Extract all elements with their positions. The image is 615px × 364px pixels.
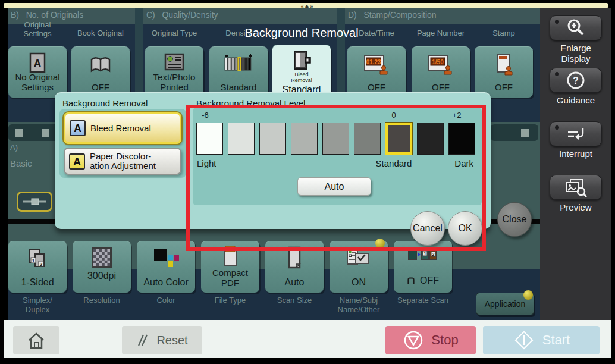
- column-label-page-number: Page Number: [412, 29, 470, 37]
- original-type-button[interactable]: Text/Photo Printed: [145, 46, 203, 98]
- book-icon: [71, 55, 130, 73]
- enlarge-display-button[interactable]: [550, 15, 602, 40]
- label-scan-size: Scan Size: [265, 296, 324, 305]
- section-c-prefix: C): [146, 10, 155, 20]
- svg-text:01.23: 01.23: [366, 59, 381, 65]
- svg-text:1/50: 1/50: [432, 59, 444, 65]
- copier-touch-panel: «◆» B) No. of Originals C) Quality/Densi…: [0, 0, 615, 364]
- program-strip-slot: [15, 129, 23, 137]
- stamp-button[interactable]: OFF: [475, 46, 533, 98]
- stamp-icon: [475, 53, 533, 76]
- density-shortcut-button[interactable]: [17, 192, 52, 212]
- stop-label: Stop: [431, 332, 458, 348]
- density-value: Standard: [209, 82, 268, 92]
- document-a-icon: A: [8, 52, 67, 74]
- paper-discoloration-option[interactable]: A Paper Discolor- ation Adjustment: [64, 148, 181, 175]
- home-icon: [26, 331, 47, 350]
- original-settings-button[interactable]: A No Original Settings: [8, 46, 67, 98]
- program-strip-slot: [42, 129, 49, 137]
- resolution-button[interactable]: 300dpi: [73, 241, 131, 293]
- date-time-icon: 01.23: [347, 54, 406, 76]
- platen-icon: [407, 277, 415, 285]
- dialog-group-title: Background Removal: [62, 98, 148, 108]
- section-b-header: B) No. of Originals: [11, 10, 83, 21]
- section-c-title: Quality/Density: [162, 10, 218, 20]
- question-icon: ?: [565, 70, 586, 91]
- popup-title: Background Removal: [238, 26, 365, 40]
- letter-a-yellow-icon: A: [69, 153, 85, 170]
- guidance-button[interactable]: ?: [550, 68, 602, 93]
- bleed-removal-option[interactable]: A Bleed Removal: [64, 112, 181, 144]
- separate-scan-value: OFF: [420, 275, 439, 285]
- label-simplex-duplex: Simplex/ Duplex: [8, 296, 67, 315]
- svg-text:1: 1: [32, 258, 35, 263]
- label-separate-scan: Separate Scan: [387, 296, 459, 305]
- svg-text:2: 2: [40, 262, 43, 267]
- reset-button[interactable]: Reset: [122, 326, 202, 354]
- paper-discoloration-label: Paper Discolor- ation Adjustment: [90, 152, 156, 171]
- stop-button[interactable]: Stop: [385, 326, 476, 354]
- sidebar: Enlarge Display ? Guidance Interrupt Pre…: [540, 8, 611, 320]
- name-subj-value: ON: [330, 277, 388, 287]
- program-strip-right: [491, 124, 538, 141]
- svg-text:1: 1: [424, 252, 426, 256]
- original-type-value: Text/Photo Printed: [145, 72, 203, 92]
- scan-size-value: Auto: [265, 277, 324, 287]
- svg-text:2: 2: [432, 252, 435, 256]
- guidance-label: Guidance: [540, 95, 611, 106]
- reset-label: Reset: [156, 334, 187, 347]
- color-value: Auto Color: [137, 277, 195, 287]
- interrupt-button[interactable]: [550, 121, 602, 146]
- preview-label: Preview: [540, 202, 611, 213]
- page-number-button[interactable]: 1/50 OFF: [412, 46, 470, 98]
- column-label-stamp: Stamp: [475, 29, 533, 37]
- magnifier-plus-icon: [565, 17, 586, 39]
- preview-icon: [564, 177, 588, 197]
- background-removal-icon: [272, 50, 331, 70]
- section-d-header: D) Stamp/Composition: [348, 10, 437, 21]
- simplex-duplex-button[interactable]: 12 1-Sided: [8, 241, 67, 293]
- slider-icon: [20, 196, 49, 207]
- svg-text:A: A: [34, 58, 42, 70]
- svg-text:?: ?: [573, 76, 579, 86]
- application-status-dot: [523, 290, 533, 300]
- stop-icon: [403, 330, 424, 351]
- interrupt-icon: [565, 125, 586, 142]
- page-number-icon: 1/50: [412, 54, 470, 76]
- label-file-type: File Type: [201, 296, 259, 305]
- start-icon: [513, 329, 535, 352]
- text-photo-icon: [145, 52, 203, 72]
- checkerboard-icon: [73, 247, 131, 268]
- label-color: Color: [137, 296, 195, 305]
- column-label-book-original: Book Original: [71, 29, 130, 37]
- section-d-prefix: D): [348, 10, 357, 20]
- label-resolution: Resolution: [73, 296, 131, 305]
- annotation-highlight-rectangle: [186, 105, 486, 251]
- start-label: Start: [542, 332, 570, 348]
- date-time-value: OFF: [347, 82, 406, 92]
- density-button[interactable]: Standard: [209, 46, 268, 98]
- background-removal-button[interactable]: Bleed Removal Standard: [272, 45, 331, 98]
- start-button[interactable]: Start: [483, 326, 600, 354]
- book-original-button[interactable]: OFF: [71, 46, 130, 98]
- led-indicator: [555, 72, 559, 76]
- section-d-title: Stamp/Composition: [363, 10, 436, 20]
- led-indicator: [555, 20, 559, 24]
- section-header-band: [8, 8, 540, 24]
- separate-scan-value-row: OFF: [394, 275, 452, 285]
- home-button[interactable]: [13, 326, 59, 354]
- book-original-value: OFF: [71, 82, 130, 92]
- close-button[interactable]: Close: [497, 202, 532, 237]
- background-removal-value-small: Bleed Removal: [272, 71, 331, 83]
- label-name-subj: Name/Subj Name/Other: [330, 296, 388, 315]
- section-b-title: No. of Originals: [26, 10, 83, 20]
- density-scale-icon: [209, 54, 268, 72]
- simplex-duplex-value: 1-Sided: [8, 277, 67, 287]
- date-time-button[interactable]: 01.23 OFF: [347, 46, 406, 98]
- section-c-header: C) Quality/Density: [146, 10, 218, 21]
- preview-button[interactable]: [550, 175, 602, 200]
- section-b-prefix: B): [11, 10, 19, 20]
- column-label-original-type: Original Type: [145, 29, 203, 37]
- section-a-label: Basic: [10, 158, 32, 168]
- bleed-removal-label: Bleed Removal: [90, 124, 151, 133]
